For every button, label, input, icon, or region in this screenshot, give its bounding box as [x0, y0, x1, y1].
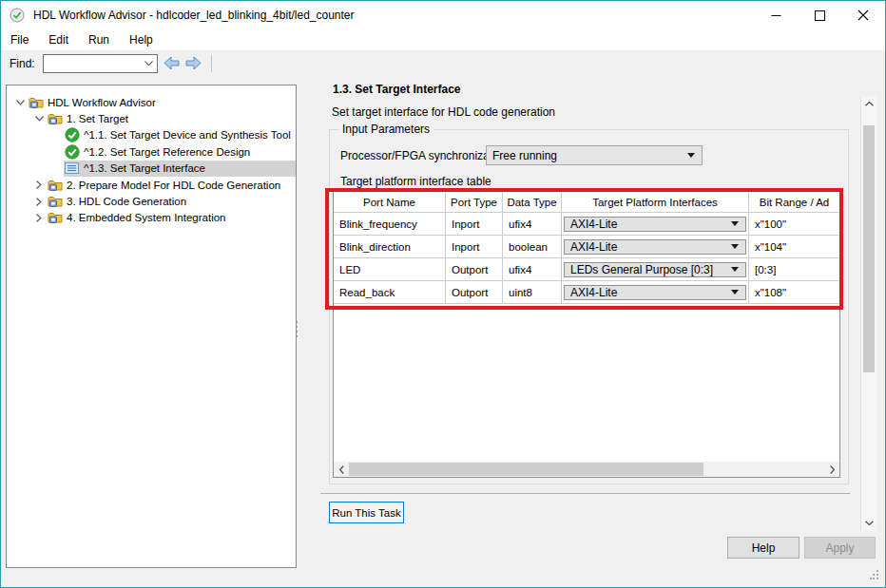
tree-item-label: ^1.3. Set Target Interface: [84, 162, 205, 174]
table-row: Blink_frequency Inport ufix4 AXI4-Lite x…: [334, 213, 839, 236]
port-type-cell: Inport: [446, 213, 503, 235]
task-description: Set target interface for HDL code genera…: [332, 105, 555, 119]
close-icon: [857, 9, 869, 21]
interface-dropdown[interactable]: AXI4-Lite: [564, 239, 746, 255]
tree-item-label: 3. HDL Code Generation: [67, 196, 186, 207]
chevron-right-icon[interactable]: [31, 198, 47, 206]
scroll-up-button[interactable]: [861, 96, 876, 112]
tree-item-label: HDL Workflow Advisor: [48, 97, 156, 108]
port-type-cell: Inport: [446, 236, 503, 257]
tree-item-hdl-workflow-advisor[interactable]: HDL Workflow Advisor: [7, 94, 296, 110]
tree-item-set-target-reference-design[interactable]: ^1.2. Set Target Reference Design: [7, 143, 296, 160]
bit-range-cell[interactable]: x"100": [749, 213, 839, 235]
bit-range-cell[interactable]: x"108": [749, 281, 839, 303]
tree-item-prepare-model[interactable]: 2. Prepare Model For HDL Code Generation: [7, 177, 296, 193]
sync-dropdown[interactable]: Free running: [486, 145, 703, 165]
chevron-down-icon[interactable]: [31, 116, 47, 122]
workflow-folder-icon: [28, 96, 44, 109]
task-list-icon: [64, 162, 80, 174]
scroll-right-button[interactable]: [824, 462, 839, 477]
dropdown-arrow-icon: [731, 221, 739, 226]
dropdown-arrow-icon: [687, 153, 695, 158]
scroll-down-icon: [865, 521, 874, 525]
panel-splitter-handle[interactable]: [295, 320, 299, 341]
tree-item-label: ^1.2. Set Target Reference Design: [84, 146, 250, 158]
tree-item-set-target[interactable]: 1. Set Target: [7, 110, 296, 126]
panel-vertical-scrollbar: [860, 96, 876, 531]
minimize-button[interactable]: [754, 1, 798, 29]
check-circle-icon: [64, 144, 80, 160]
menu-edit[interactable]: Edit: [41, 30, 76, 49]
data-type-cell: ufix4: [503, 258, 562, 280]
menu-bar: File Edit Run Help: [1, 29, 885, 50]
sync-dropdown-value: Free running: [487, 149, 687, 162]
menu-run[interactable]: Run: [81, 30, 117, 49]
menu-file[interactable]: File: [3, 30, 36, 49]
scrollbar-track[interactable]: [349, 462, 824, 477]
data-type-cell: boolean: [503, 236, 562, 257]
chevron-down-icon[interactable]: [142, 61, 157, 66]
resize-grip-icon[interactable]: [870, 566, 879, 583]
window-title: HDL Workflow Advisor - hdlcoder_led_blin…: [33, 9, 355, 22]
task-separator: [320, 493, 850, 494]
col-header-target-platform-interfaces: Target Platform Interfaces: [562, 192, 749, 212]
close-button[interactable]: [841, 1, 885, 29]
data-type-cell: ufix4: [503, 213, 562, 235]
workflow-folder-icon: [47, 195, 63, 208]
table-row: Read_back Outport uint8 AXI4-Lite x"108": [334, 281, 839, 304]
data-type-cell: uint8: [503, 281, 562, 303]
find-next-button[interactable]: [185, 56, 202, 70]
tree-item-hdl-code-generation[interactable]: 3. HDL Code Generation: [7, 193, 296, 209]
menu-help[interactable]: Help: [122, 30, 161, 49]
toolbar-separator: [211, 55, 212, 72]
find-label: Find:: [10, 57, 35, 70]
col-header-port-type: Port Type: [446, 192, 503, 212]
tree-item-embedded-system-integration[interactable]: 4. Embedded System Integration: [7, 210, 296, 226]
title-bar: HDL Workflow Advisor - hdlcoder_led_blin…: [1, 1, 885, 29]
col-header-data-type: Data Type: [503, 192, 562, 212]
back-arrow-icon: [164, 56, 180, 70]
chevron-right-icon[interactable]: [31, 180, 47, 189]
interface-dropdown[interactable]: LEDs General Purpose [0:3]: [564, 262, 746, 277]
find-input[interactable]: [44, 56, 142, 71]
tree-item-set-target-interface[interactable]: ^1.3. Set Target Interface: [7, 161, 296, 177]
tree-item-label: 2. Prepare Model For HDL Code Generation: [67, 180, 280, 191]
scroll-down-button[interactable]: [861, 515, 876, 531]
interface-dropdown[interactable]: AXI4-Lite: [564, 217, 746, 232]
chevron-down-icon[interactable]: [12, 100, 28, 105]
find-combobox[interactable]: [43, 54, 158, 73]
maximize-button[interactable]: [798, 1, 841, 29]
run-this-task-button[interactable]: Run This Task: [329, 502, 404, 523]
dropdown-arrow-icon: [731, 290, 739, 294]
table-row: Blink_direction Inport boolean AXI4-Lite…: [334, 236, 839, 258]
chevron-right-icon[interactable]: [31, 214, 47, 222]
workflow-tree: HDL Workflow Advisor 1. Set Target: [6, 85, 297, 568]
scrollbar-thumb[interactable]: [863, 125, 875, 372]
scrollbar-thumb[interactable]: [349, 463, 703, 476]
tree-item-label: 4. Embedded System Integration: [67, 212, 226, 223]
dropdown-arrow-icon: [731, 267, 739, 272]
help-button[interactable]: Help: [727, 537, 799, 559]
scroll-left-button[interactable]: [334, 462, 349, 477]
window-controls: [754, 1, 885, 29]
col-header-bit-range: Bit Range / Ad: [749, 192, 839, 212]
tree-item-set-target-device[interactable]: ^1.1. Set Target Device and Synthesis To…: [7, 127, 296, 143]
bit-range-cell[interactable]: [0:3]: [749, 258, 839, 280]
table-header-row: Port Name Port Type Data Type Target Pla…: [334, 192, 839, 213]
find-toolbar: Find:: [1, 50, 885, 76]
apply-button: Apply: [804, 537, 876, 559]
interface-dropdown[interactable]: AXI4-Lite: [564, 285, 746, 300]
check-circle-icon: [64, 127, 80, 142]
interface-dropdown-value: AXI4-Lite: [565, 240, 731, 254]
interface-table-caption: Target platform interface table: [340, 175, 491, 188]
scroll-right-icon: [830, 465, 835, 474]
scroll-up-icon: [865, 102, 874, 106]
workflow-folder-icon: [47, 112, 63, 125]
task-title: 1.3. Set Target Interface: [333, 83, 461, 96]
interface-table-frame: Port Name Port Type Data Type Target Pla…: [333, 191, 840, 478]
find-previous-button[interactable]: [164, 56, 180, 70]
bit-range-cell[interactable]: x"104": [749, 236, 839, 257]
port-name-cell: Blink_direction: [334, 236, 446, 257]
port-name-cell: Blink_frequency: [334, 213, 446, 235]
table-row: LED Outport ufix4 LEDs General Purpose […: [334, 258, 839, 281]
